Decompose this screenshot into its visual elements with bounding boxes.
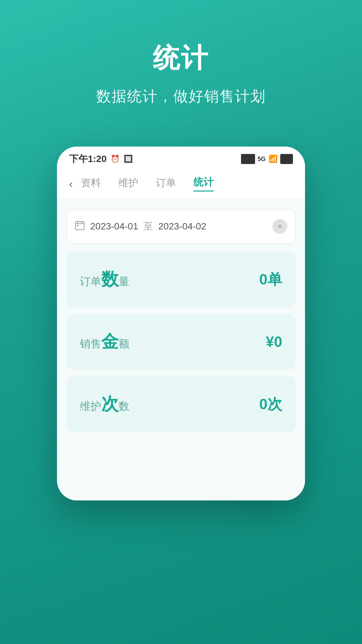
tab-orders[interactable]: 订单 (156, 176, 176, 191)
date-picker[interactable]: 2023-04-01 至 2023-04-02 × (66, 209, 296, 244)
orders-label-suffix: 量 (119, 275, 129, 287)
orders-label: 订单数量 (80, 268, 129, 291)
orders-value: 0单 (259, 270, 282, 289)
status-time: 下午1:20 (69, 153, 107, 165)
battery-indicator: 53 (280, 154, 293, 164)
maintenance-value: 0次 (259, 394, 282, 414)
stat-card-maintenance: 维护次数 0次 (66, 376, 296, 432)
alarm-icon: ⏰ (111, 155, 120, 163)
svg-rect-4 (77, 225, 78, 226)
orders-big-char: 数 (101, 269, 119, 289)
content-area: 2023-04-01 至 2023-04-02 × 订单数量 0单 销售金额 ¥… (57, 199, 305, 500)
phone-mockup: 下午1:20 ⏰ 🔲 HD 5G 📶 53 ‹ 资料 维护 订单 统计 (57, 147, 305, 500)
sales-label-suffix: 额 (119, 338, 129, 350)
date-to[interactable]: 2023-04-02 (158, 221, 267, 232)
5g-badge: 5G (258, 156, 266, 163)
sales-value: ¥0 (266, 333, 282, 350)
nfc-icon: 🔲 (124, 155, 133, 163)
calendar-icon (75, 220, 85, 233)
stat-card-sales: 销售金额 ¥0 (66, 314, 296, 370)
status-icons: HD 5G 📶 53 (241, 154, 293, 164)
stat-card-orders: 订单数量 0单 (66, 252, 296, 307)
page-header: 统计 数据统计，做好销售计划 (96, 40, 266, 106)
nav-bar: ‹ 资料 维护 订单 统计 (57, 169, 305, 199)
date-from[interactable]: 2023-04-01 (90, 221, 138, 232)
signal-icon: 📶 (268, 155, 278, 163)
tab-resources[interactable]: 资料 (81, 176, 101, 191)
maintenance-big-char: 次 (101, 394, 119, 414)
page-title: 统计 (96, 40, 266, 76)
sales-label-prefix: 销售 (80, 338, 101, 350)
page-subtitle: 数据统计，做好销售计划 (96, 87, 266, 106)
tab-statistics[interactable]: 统计 (193, 175, 214, 192)
date-clear-button[interactable]: × (273, 219, 287, 234)
sales-label: 销售金额 (80, 330, 129, 354)
date-separator: 至 (143, 220, 153, 233)
sales-big-char: 金 (101, 332, 119, 351)
close-icon: × (278, 222, 282, 231)
maintenance-label-suffix: 数 (119, 400, 129, 412)
tab-maintenance[interactable]: 维护 (118, 176, 138, 191)
svg-rect-0 (75, 222, 84, 230)
back-button[interactable]: ‹ (69, 177, 73, 190)
hd-badge: HD (241, 154, 255, 164)
status-bar: 下午1:20 ⏰ 🔲 HD 5G 📶 53 (57, 147, 305, 169)
maintenance-label-prefix: 维护 (80, 400, 101, 412)
maintenance-label: 维护次数 (80, 392, 129, 416)
orders-label-prefix: 订单 (80, 275, 101, 287)
